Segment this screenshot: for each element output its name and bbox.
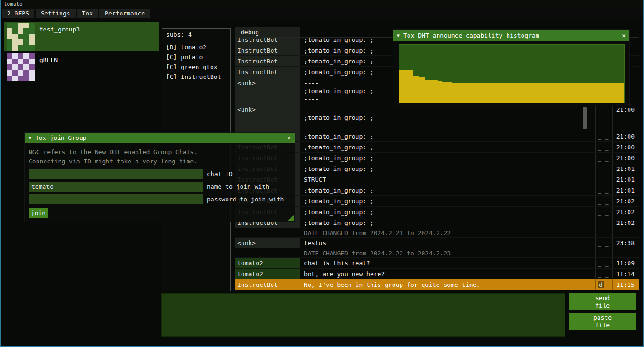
member-item[interactable]: [D] tomato2: [162, 42, 230, 52]
message-text: ;tomato_in_group: ;: [300, 207, 596, 217]
message-row[interactable]: InstructBot;tomato_in_group: ;_ _21:01: [235, 163, 639, 174]
message-row[interactable]: InstructBot;tomato_in_group: ;_ _21:00: [235, 142, 639, 153]
message-flags: _ _: [596, 217, 613, 228]
resize-grip[interactable]: [288, 215, 294, 221]
group-avatar: [7, 53, 35, 81]
message-row[interactable]: tomato2bot, are you new here?_ _11:14: [235, 269, 639, 279]
message-text: ;tomato_in_group: ;: [300, 142, 596, 152]
message-time: 21:00: [613, 104, 639, 131]
message-flags: _ _: [596, 131, 613, 141]
message-row[interactable]: InstructBot;tomato_in_group: ;_ _21:02: [235, 217, 639, 228]
join-button[interactable]: join: [29, 208, 48, 218]
message-row[interactable]: InstructBot;tomato_in_group: ;_ _21:02: [235, 207, 639, 217]
member-item[interactable]: [C] potato: [162, 52, 230, 62]
dht-histogram-titlebar[interactable]: ▼ Tox DHT announce capability histogram …: [393, 30, 629, 41]
dht-histogram-body: [393, 41, 629, 107]
message-text: testus: [300, 238, 596, 248]
join-group-body: NGC refers to the New DHT enabled Group …: [25, 143, 295, 222]
message-row[interactable]: InstructBot;tomato_in_group: ;_ _21:00: [235, 153, 639, 163]
message-time: 11:09: [613, 258, 639, 268]
message-row[interactable]: InstructBot;tomato_in_group: ;_ _21:01: [235, 185, 639, 196]
message-time: 21:02: [613, 217, 639, 228]
os-titlebar: tomato: [1, 0, 643, 8]
message-flags: _ _: [596, 258, 613, 268]
message-time: 21:02: [613, 207, 639, 217]
message-flags: _ _: [596, 142, 613, 152]
message-row[interactable]: InstructBotSTRUCT_ _21:01: [235, 174, 639, 185]
group-item-test_group3[interactable]: test_group3: [4, 22, 159, 51]
message-flags: _ _: [596, 153, 613, 163]
message-row[interactable]: <unk>testus_ _23:38: [235, 238, 639, 248]
message-text: ;tomato_in_group: ;: [300, 163, 596, 174]
message-flags: _ _: [596, 269, 613, 279]
join-password-input[interactable]: [29, 194, 203, 204]
message-row[interactable]: <unk>----;tomato_in_group: ;----_ _21:00: [235, 104, 639, 131]
message-flags: _ _: [596, 238, 613, 248]
chat-scrollbar[interactable]: [583, 107, 587, 129]
message-text: ;tomato_in_group: ;: [300, 196, 596, 206]
window-title: tomato: [4, 1, 23, 7]
date-changed-text: DATE CHANGED from 2024.2.21 to 2024.2.22: [300, 228, 596, 237]
menubar: 2.0FPS Settings Tox Performance: [1, 8, 643, 19]
sender-name: <unk>: [235, 77, 300, 104]
sender-name: InstructBot: [235, 67, 300, 77]
collapse-arrow-icon[interactable]: ▼: [29, 135, 31, 140]
message-flags: _ _: [596, 104, 613, 131]
message-time: 21:00: [613, 131, 639, 141]
message-row[interactable]: InstructBot;tomato_in_group: ;_ _21:02: [235, 196, 639, 207]
date-changed-text: DATE CHANGED from 2024.2.22 to 2024.2.23: [300, 248, 596, 257]
message-time: 11:15: [613, 279, 639, 290]
join-name-input[interactable]: [29, 182, 203, 192]
join-group-window: ▼ Tox join Group ✕ NGC refers to the New…: [24, 132, 295, 222]
sender-name: InstructBot: [235, 38, 300, 45]
message-time: 11:14: [613, 269, 639, 279]
join-info-line: NGC refers to the New DHT enabled Group …: [29, 147, 291, 157]
message-row[interactable]: tomato2chat is this real?_ _11:09: [235, 258, 639, 269]
chat-id-label: chat ID: [207, 170, 233, 177]
message-time: 21:02: [613, 196, 639, 206]
member-item[interactable]: [C] InstructBot: [162, 72, 230, 82]
collapse-arrow-icon[interactable]: ▼: [397, 33, 400, 38]
join-group-titlebar[interactable]: ▼ Tox join Group ✕: [25, 133, 295, 143]
menu-performance[interactable]: Performance: [99, 9, 150, 18]
fps-counter: 2.0FPS: [2, 9, 34, 18]
join-group-title: Tox join Group: [35, 134, 87, 141]
join-info-line: Connecting via ID might take a very long…: [29, 157, 291, 166]
send-file-button[interactable]: send file: [569, 293, 636, 310]
group-item-green[interactable]: gREEN: [4, 53, 159, 82]
sender-name: InstructBot: [235, 56, 300, 66]
message-time: 21:00: [613, 142, 639, 152]
message-text: ;tomato_in_group: ;: [300, 153, 596, 163]
message-time: 21:01: [613, 185, 639, 195]
group-sidebar: test_group3 gREEN: [4, 22, 159, 83]
join-name-label: name to join with: [207, 183, 269, 190]
message-time: 21:01: [613, 174, 639, 185]
close-icon[interactable]: ✕: [287, 134, 291, 141]
message-text: ----;tomato_in_group: ;----: [300, 104, 596, 131]
message-time: 23:38: [613, 238, 639, 248]
dht-histogram-window: ▼ Tox DHT announce capability histogram …: [393, 29, 630, 106]
group-avatar: [7, 23, 35, 51]
menu-settings[interactable]: Settings: [36, 9, 76, 18]
paste-file-button[interactable]: paste file: [569, 313, 636, 330]
chat-id-input[interactable]: [29, 169, 203, 179]
date-changed-row[interactable]: DATE CHANGED from 2024.2.21 to 2024.2.22: [235, 228, 639, 238]
message-time: 21:01: [613, 163, 639, 174]
subs-header: subs: 4: [162, 29, 230, 40]
member-item[interactable]: [C] green_qtox: [162, 62, 230, 72]
date-changed-row[interactable]: DATE CHANGED from 2024.2.22 to 2024.2.23: [235, 248, 639, 258]
message-text: ;tomato_in_group: ;: [300, 131, 596, 141]
sender-name: InstructBot: [235, 279, 300, 290]
close-icon[interactable]: ✕: [622, 32, 626, 39]
sender-name: tomato2: [235, 269, 300, 279]
member-list: [D] tomato2[C] potato[C] green_qtox[C] I…: [162, 40, 230, 82]
message-row[interactable]: InstructBotNo, I've been in this group f…: [235, 279, 639, 290]
message-input[interactable]: [161, 293, 565, 337]
message-text: ;tomato_in_group: ;: [300, 185, 596, 195]
message-flags: _ _: [596, 163, 613, 174]
tab-debug[interactable]: debug: [235, 27, 300, 37]
message-flags: d: [596, 279, 613, 290]
sender-name: InstructBot: [235, 45, 300, 55]
menu-tox[interactable]: Tox: [77, 9, 98, 18]
message-row[interactable]: InstructBot;tomato_in_group: ;_ _21:00: [235, 131, 639, 142]
